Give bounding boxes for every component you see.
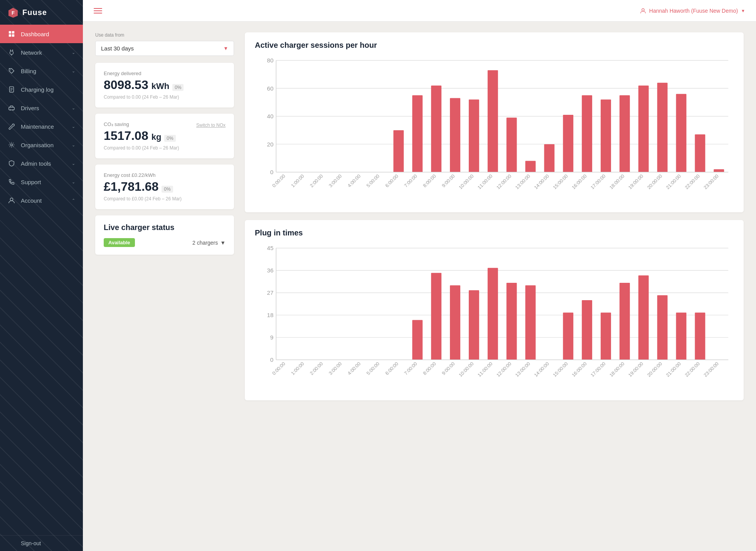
- svg-text:19:00:00: 19:00:00: [627, 361, 644, 378]
- co2-pct-badge: 0%: [164, 135, 175, 142]
- svg-rect-90: [469, 291, 479, 360]
- chevron-down-icon-organisation: ⌄: [72, 143, 75, 148]
- sidebar-item-drivers[interactable]: Drivers ⌄: [0, 99, 83, 117]
- svg-text:18:00:00: 18:00:00: [608, 361, 625, 378]
- sidebar-item-organisation[interactable]: Organisation ⌄: [0, 136, 83, 154]
- left-column: Use data from Last 30 days ▼ Energy deli…: [95, 32, 234, 540]
- svg-rect-5: [12, 34, 14, 37]
- svg-rect-35: [469, 99, 479, 172]
- charger-count-dropdown[interactable]: 2 chargers ▼: [192, 240, 226, 246]
- svg-text:45: 45: [267, 245, 273, 252]
- sidebar-item-billing[interactable]: Billing ⌄: [0, 62, 83, 80]
- svg-text:13:00:00: 13:00:00: [514, 361, 531, 378]
- svg-rect-91: [488, 268, 498, 360]
- svg-text:15:00:00: 15:00:00: [552, 361, 569, 378]
- svg-text:7:00:00: 7:00:00: [403, 173, 418, 188]
- cost-value-row: £1,781.68 0%: [104, 180, 226, 194]
- sidebar-item-dashboard[interactable]: Dashboard: [0, 25, 83, 43]
- shield-icon: [8, 160, 15, 167]
- chevron-down-icon-billing: ⌄: [72, 69, 75, 74]
- sidebar-item-maintenance[interactable]: Maintenance ⌄: [0, 117, 83, 136]
- sessions-chart-card: Active charger sessions per hour 0204060…: [245, 32, 744, 212]
- svg-text:0:00:00: 0:00:00: [271, 173, 286, 188]
- date-filter-dropdown[interactable]: Last 30 days ▼: [95, 41, 234, 56]
- menu-button[interactable]: [94, 8, 102, 13]
- svg-rect-41: [582, 95, 592, 172]
- svg-rect-93: [525, 286, 536, 360]
- sign-out-link[interactable]: Sign-out: [0, 536, 83, 551]
- svg-text:11:00:00: 11:00:00: [476, 173, 493, 190]
- svg-rect-44: [638, 86, 649, 172]
- energy-pct-badge: 0%: [172, 84, 184, 91]
- available-badge: Available: [104, 238, 135, 247]
- svg-text:1:00:00: 1:00:00: [290, 361, 305, 376]
- svg-point-18: [10, 144, 12, 146]
- plugin-chart-svg: 09182736450:00:001:00:002:00:003:00:004:…: [255, 243, 734, 391]
- sidebar-item-label-support: Support: [21, 179, 66, 185]
- svg-point-19: [10, 198, 13, 201]
- sidebar-item-label-maintenance: Maintenance: [21, 123, 66, 130]
- sidebar-item-label-billing: Billing: [21, 68, 66, 74]
- tag-icon: [8, 67, 15, 75]
- svg-rect-38: [525, 161, 536, 172]
- chevron-down-icon-admin: ⌄: [72, 161, 75, 166]
- app-name: Fuuse: [22, 8, 47, 17]
- svg-rect-15: [9, 107, 14, 110]
- user-menu[interactable]: Hannah Haworth (Fuuse New Demo) ▼: [640, 8, 745, 14]
- svg-text:6:00:00: 6:00:00: [384, 361, 399, 376]
- svg-text:0: 0: [270, 169, 273, 175]
- svg-text:12:00:00: 12:00:00: [495, 361, 512, 378]
- switch-to-nox-link[interactable]: Switch to NOx: [196, 123, 226, 128]
- sidebar: F Fuuse Dashboard Network ⌄ Billing ⌄: [0, 0, 83, 551]
- svg-rect-42: [601, 99, 611, 172]
- svg-text:18: 18: [267, 312, 273, 319]
- svg-text:27: 27: [267, 290, 273, 296]
- sidebar-item-network[interactable]: Network ⌄: [0, 43, 83, 62]
- svg-text:5:00:00: 5:00:00: [365, 361, 381, 376]
- svg-point-17: [12, 109, 13, 111]
- user-name: Hannah Haworth (Fuuse New Demo): [649, 8, 738, 14]
- svg-text:2:00:00: 2:00:00: [309, 361, 324, 376]
- plugin-chart-card: Plug in times 09182736450:00:001:00:002:…: [245, 220, 744, 400]
- grid-icon: [8, 30, 15, 38]
- svg-point-20: [642, 8, 644, 11]
- sidebar-item-charging-log[interactable]: Charging log: [0, 80, 83, 99]
- tool-icon: [8, 123, 15, 130]
- charger-status-row: Available 2 chargers ▼: [104, 238, 226, 247]
- svg-text:20:00:00: 20:00:00: [646, 173, 663, 190]
- svg-text:80: 80: [267, 57, 273, 64]
- svg-rect-88: [431, 273, 441, 360]
- svg-text:23:00:00: 23:00:00: [703, 173, 720, 190]
- svg-text:4:00:00: 4:00:00: [347, 361, 362, 376]
- svg-text:11:00:00: 11:00:00: [476, 361, 493, 378]
- cost-pct-badge: 0%: [162, 186, 173, 193]
- user-dropdown-icon: ▼: [741, 8, 745, 13]
- sidebar-item-admin-tools[interactable]: Admin tools ⌄: [0, 154, 83, 173]
- svg-rect-2: [9, 31, 11, 34]
- svg-rect-101: [695, 313, 705, 360]
- chevron-down-icon-maintenance: ⌄: [72, 124, 75, 129]
- charger-count-arrow: ▼: [220, 240, 226, 246]
- svg-text:18:00:00: 18:00:00: [608, 173, 625, 190]
- svg-text:14:00:00: 14:00:00: [533, 173, 550, 190]
- svg-rect-95: [582, 300, 592, 360]
- svg-text:15:00:00: 15:00:00: [552, 173, 569, 190]
- svg-rect-97: [620, 283, 630, 360]
- svg-rect-3: [12, 31, 14, 34]
- svg-rect-89: [450, 286, 460, 360]
- svg-rect-37: [507, 118, 517, 172]
- energy-unit: kWh: [152, 81, 169, 91]
- plug-icon: [8, 49, 15, 56]
- svg-rect-45: [657, 83, 668, 172]
- sessions-chart-svg: 0204060800:00:001:00:002:00:003:00:004:0…: [255, 55, 734, 204]
- svg-text:9: 9: [270, 334, 273, 341]
- gear-icon: [8, 141, 15, 149]
- sidebar-item-support[interactable]: Support ⌄: [0, 173, 83, 191]
- co2-unit: kg: [152, 132, 162, 142]
- sidebar-item-account[interactable]: Account ⌃: [0, 191, 83, 210]
- svg-rect-99: [657, 296, 668, 360]
- energy-card: Energy delivered 8098.53 kWh 0% Compared…: [95, 63, 234, 108]
- svg-text:20: 20: [267, 141, 273, 148]
- svg-text:6:00:00: 6:00:00: [384, 173, 399, 188]
- dropdown-arrow-icon: ▼: [223, 45, 228, 51]
